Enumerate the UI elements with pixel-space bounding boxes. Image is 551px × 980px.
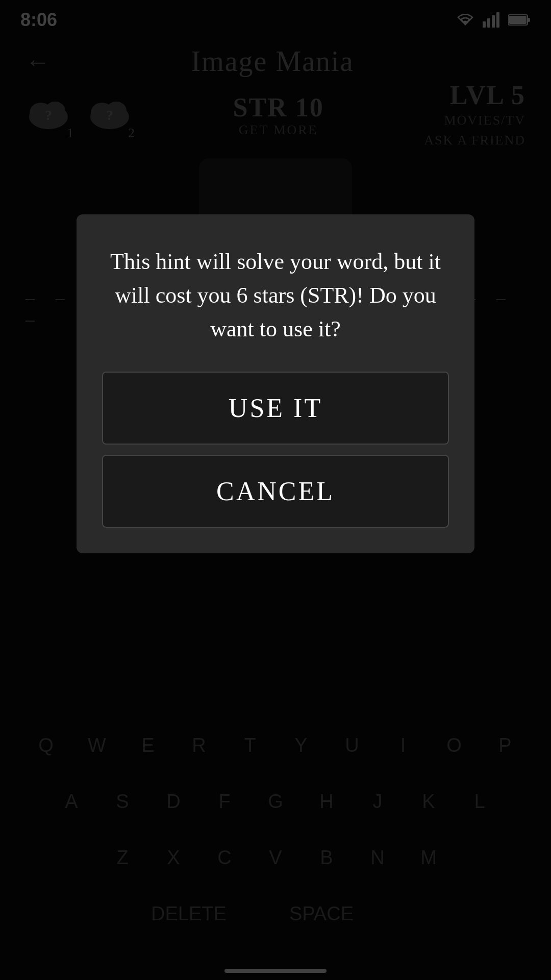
modal-message: This hint will solve your word, but it w…: [102, 245, 449, 346]
use-it-label: USE IT: [229, 394, 322, 423]
modal-overlay: This hint will solve your word, but it w…: [0, 0, 551, 980]
cancel-label: CANCEL: [216, 477, 335, 506]
modal-dialog: This hint will solve your word, but it w…: [77, 214, 474, 553]
use-it-button[interactable]: USE IT: [102, 372, 449, 445]
cancel-button[interactable]: CANCEL: [102, 455, 449, 528]
